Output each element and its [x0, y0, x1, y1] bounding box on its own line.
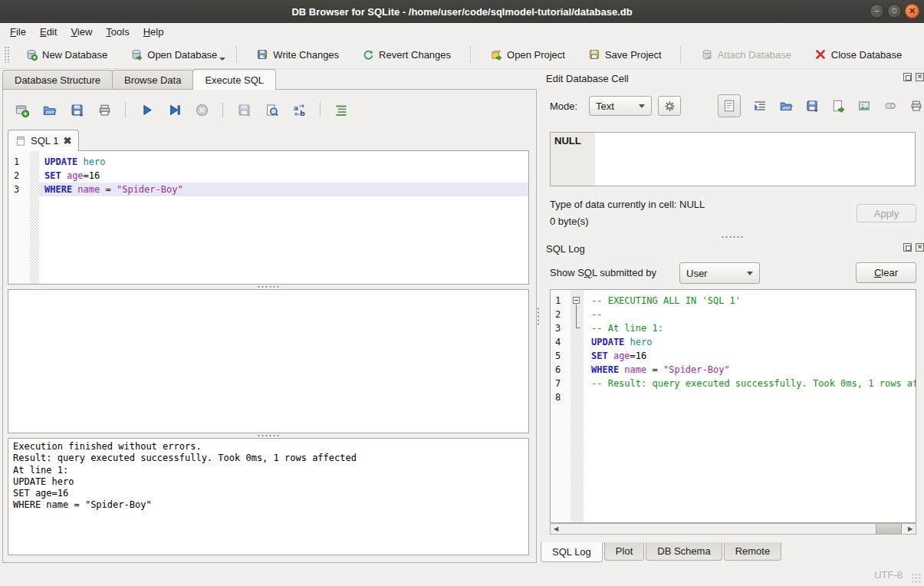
float-dock-icon[interactable] [903, 73, 912, 81]
toolbar-handle[interactable] [4, 46, 10, 63]
close-dock-icon[interactable]: ✕ [916, 73, 924, 81]
play-button[interactable] [137, 100, 156, 120]
find-button[interactable] [262, 100, 281, 120]
menu-file[interactable]: File [3, 25, 33, 39]
revert-changes-button[interactable]: Revert Changes [350, 44, 462, 64]
code-line-6: 6WHERE name = "Spider-Boy" [551, 363, 916, 377]
cell-editor-icons [718, 94, 923, 117]
clear-button[interactable]: Clear [856, 262, 916, 283]
write-changes-button[interactable]: Write Changes [245, 44, 350, 64]
close-dock-icon[interactable]: ✕ [916, 243, 924, 252]
open-project-icon [490, 48, 502, 61]
splitter-docks[interactable] [541, 235, 924, 239]
toolbar-separator [468, 46, 473, 63]
title-bar: DB Browser for SQLite - /home/user/code/… [0, 0, 924, 23]
line-number: 1 [551, 294, 571, 308]
dock-tab-plot[interactable]: Plot [604, 542, 644, 561]
auto-format-button[interactable] [658, 96, 681, 116]
dock-tab-db-schema[interactable]: DB Schema [646, 542, 722, 561]
menu-tools[interactable]: Tools [99, 25, 136, 39]
toolbar-separator [320, 102, 321, 117]
print-button[interactable] [909, 99, 923, 113]
stop-button[interactable] [192, 100, 211, 120]
fold-cell [571, 335, 584, 349]
dock-tab-remote[interactable]: Remote [724, 542, 782, 561]
menu-edit[interactable]: Edit [33, 25, 64, 39]
print-button[interactable] [95, 100, 113, 120]
sql-tab[interactable]: SQL 1 ✖ [8, 130, 79, 151]
open-file-button[interactable] [40, 100, 58, 120]
close-button[interactable]: ✕ [905, 4, 919, 18]
open-database-button[interactable]: Open Database [119, 44, 229, 64]
open-project-button[interactable]: Open Project [478, 44, 577, 64]
fold-cell [571, 390, 584, 404]
sql-log-dock-title-label: SQL Log [546, 243, 585, 255]
scroll-left-icon[interactable]: ◀ [551, 524, 561, 534]
play-all-button[interactable] [165, 100, 183, 120]
encoding-label: UTF-8 [874, 569, 903, 581]
attach-database-button[interactable]: Attach Database [689, 44, 803, 64]
mode-combobox[interactable]: Text [589, 96, 652, 116]
apply-button[interactable]: Apply [857, 204, 916, 222]
clear-button-label: Clear [874, 267, 898, 278]
maximize-button[interactable]: ◻ [887, 4, 902, 18]
results-grid[interactable] [8, 289, 529, 433]
open-database-dropdown-icon[interactable] [219, 41, 227, 68]
line-number: 5 [551, 349, 571, 363]
sql-log-hscrollbar[interactable]: ◀ ▶ [550, 523, 916, 535]
sql-log-dock-buttons: ✕ [903, 243, 924, 252]
fold-cell [571, 363, 584, 377]
line-number: 2 [551, 308, 571, 321]
toolbar-separator [222, 102, 223, 117]
tab-database-structure[interactable]: Database Structure [2, 70, 113, 90]
float-dock-icon[interactable] [903, 243, 912, 252]
execution-message-pane[interactable]: Execution finished without errors.Result… [8, 438, 529, 555]
open-file-button[interactable] [779, 99, 793, 113]
sql-log-view[interactable]: 1-- EXECUTING ALL IN 'SQL 1'2--3-- At li… [550, 289, 916, 523]
new-database-button[interactable]: New Database [14, 44, 119, 64]
main-toolbar: New DatabaseOpen DatabaseWrite ChangesRe… [0, 41, 924, 69]
save-project-button[interactable]: Save Project [577, 44, 673, 64]
tab-execute-sql[interactable]: Execute SQL [192, 69, 276, 90]
save-file-button[interactable] [67, 100, 86, 120]
save-results-button[interactable] [235, 100, 253, 120]
sql-editor[interactable]: 1UPDATE hero2SET age=163WHERE name = "Sp… [8, 150, 529, 285]
code-line-8: 8 [551, 390, 916, 404]
line-number: 3 [551, 321, 571, 335]
cell-value-editor[interactable]: NULL [550, 132, 916, 186]
replace-button[interactable]: ab [290, 100, 308, 120]
splitter-left-right[interactable] [535, 69, 541, 564]
image-button[interactable] [857, 99, 871, 113]
close-database-button[interactable]: Close Database [803, 44, 914, 64]
scroll-right-icon[interactable]: ▶ [905, 524, 916, 534]
cell-value: NULL [554, 135, 581, 146]
show-sql-value: User [686, 268, 707, 279]
doc-text-button[interactable] [718, 94, 741, 117]
message-line: Result: query executed successfully. Too… [13, 453, 524, 464]
toolbar-separator [234, 46, 239, 63]
menu-help[interactable]: Help [136, 25, 171, 39]
scroll-thumb[interactable] [876, 524, 902, 534]
fold-cell [30, 155, 39, 169]
menu-view[interactable]: View [64, 25, 99, 39]
message-line: WHERE name = "Spider-Boy" [13, 499, 524, 511]
save-file-button[interactable] [805, 99, 819, 113]
fold-cell [571, 377, 584, 390]
close-database-icon [814, 48, 827, 61]
export-button[interactable] [831, 99, 845, 113]
minimize-button[interactable]: − [870, 4, 884, 18]
close-sql-tab-icon[interactable]: ✖ [63, 135, 71, 146]
resize-grip[interactable] [911, 573, 922, 584]
tab-browse-data[interactable]: Browse Data [112, 70, 193, 90]
save-project-icon [588, 48, 600, 61]
code-line-7: 7-- Result: query executed successfully.… [551, 377, 916, 390]
code-line-5: 5SET age=16 [551, 349, 916, 363]
dock-tab-bar: SQL LogPlotDB SchemaRemote [541, 542, 783, 562]
null-gray-button[interactable] [883, 99, 897, 113]
show-sql-combobox[interactable]: User [679, 262, 760, 284]
dock-tab-sql-log[interactable]: SQL Log [541, 542, 603, 562]
format-button[interactable] [332, 100, 350, 120]
new-tab-button[interactable] [12, 100, 31, 120]
code-line-3: 3-- At line 1: [551, 321, 916, 335]
indent-button[interactable] [753, 99, 767, 113]
